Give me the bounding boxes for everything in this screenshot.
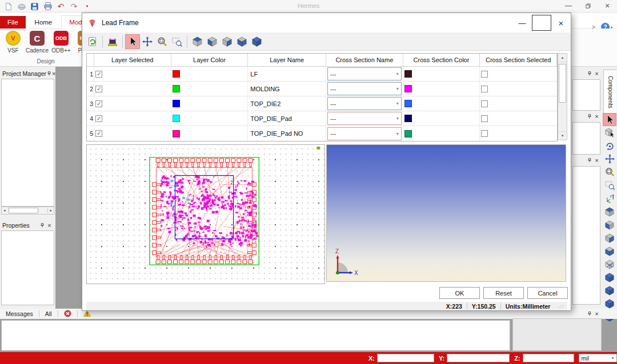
pan-icon[interactable] — [603, 152, 616, 165]
close-icon[interactable]: × — [593, 157, 600, 164]
messages-output[interactable] — [1, 320, 510, 351]
layer-color-swatch[interactable] — [173, 70, 180, 78]
cross-section-name-dropdown[interactable]: ---▾ — [327, 127, 402, 140]
view-top-icon[interactable] — [603, 205, 616, 218]
dialog-minimize-button[interactable]: — — [512, 15, 532, 31]
view-iso-icon[interactable] — [249, 34, 264, 49]
dialog-maximize-button[interactable] — [532, 15, 551, 31]
cross-section-color-swatch[interactable] — [404, 100, 412, 107]
cancel-button[interactable]: Cancel — [527, 287, 568, 299]
close-icon[interactable]: × — [593, 70, 600, 78]
zoom-z-icon[interactable] — [603, 192, 616, 205]
col-cross-section-name[interactable]: Cross Section Name — [326, 54, 403, 66]
ribbon-item-vsf[interactable]: V VSF — [2, 31, 24, 54]
rotate-icon[interactable] — [603, 139, 616, 152]
y-coordinate-input[interactable] — [447, 354, 510, 362]
view-top-icon[interactable] — [190, 34, 205, 49]
select-arrow-icon[interactable] — [603, 113, 616, 126]
view-right-icon[interactable] — [603, 231, 616, 244]
cross-section-color-swatch[interactable] — [404, 85, 412, 92]
view-front-icon[interactable] — [603, 244, 616, 257]
cross-section-color-swatch[interactable] — [404, 115, 412, 122]
zoom-window-icon[interactable] — [603, 165, 616, 179]
preview-3d-viewport[interactable]: Z X — [326, 144, 566, 282]
layer-color-swatch[interactable] — [173, 85, 180, 92]
cross-section-selected-checkbox[interactable] — [481, 115, 488, 122]
close-icon[interactable]: × — [593, 113, 600, 120]
layer-color-swatch[interactable] — [173, 115, 180, 122]
close-icon[interactable]: × — [52, 70, 55, 78]
cross-section-name-dropdown[interactable]: ---▾ — [327, 67, 402, 80]
col-layer-color[interactable]: Layer Color — [171, 54, 249, 66]
layer-selected-checkbox[interactable] — [95, 115, 102, 122]
minimize-button[interactable]: — — [559, 0, 578, 11]
z-coordinate-input[interactable] — [523, 354, 574, 362]
cross-section-name-dropdown[interactable]: ---▾ — [327, 97, 402, 110]
pin-icon[interactable] — [586, 310, 593, 318]
cross-section-color-swatch[interactable] — [404, 70, 412, 78]
resize-grip[interactable]: .:: — [558, 304, 564, 309]
tab-messages[interactable]: Messages — [0, 310, 39, 317]
pin-icon[interactable] — [38, 222, 46, 229]
project-manager-tree[interactable] — [1, 79, 54, 207]
view-front-icon[interactable] — [234, 34, 249, 49]
layer-color-swatch[interactable] — [173, 130, 180, 137]
tab-all[interactable]: All — [39, 310, 58, 317]
layer-color-swatch[interactable] — [173, 100, 180, 107]
zoom-region-icon[interactable] — [603, 179, 616, 192]
refresh-icon[interactable] — [85, 34, 100, 49]
cross-section-selected-checkbox[interactable] — [481, 86, 488, 92]
pin-icon[interactable] — [586, 157, 593, 164]
tab-home[interactable]: Home — [27, 16, 60, 29]
zoom-region-icon[interactable] — [170, 34, 185, 49]
ribbon-item-cadence[interactable]: C Cadence — [26, 31, 48, 54]
scroll-down-icon[interactable]: ▾ — [558, 131, 567, 140]
ok-button[interactable]: OK — [439, 287, 480, 299]
x-coordinate-input[interactable] — [377, 354, 434, 362]
close-button[interactable]: × — [598, 0, 617, 11]
pin-icon[interactable] — [46, 70, 52, 78]
layer-selected-checkbox[interactable] — [95, 100, 102, 107]
properties-content[interactable] — [1, 230, 54, 305]
cross-section-color-swatch[interactable] — [404, 130, 412, 137]
pin-icon[interactable] — [586, 113, 593, 120]
close-icon[interactable]: × — [46, 222, 53, 229]
scroll-left-icon[interactable]: ◂ — [2, 208, 7, 213]
col-layer-selected[interactable]: Layer Selected — [94, 54, 171, 66]
leadframe-2d-viewport[interactable] — [86, 144, 325, 284]
scroll-thumb[interactable] — [9, 208, 38, 213]
select-3d-icon[interactable] — [603, 126, 616, 139]
cross-section-selected-checkbox[interactable] — [481, 71, 488, 78]
view-iso-icon[interactable] — [603, 270, 616, 284]
unit-select[interactable]: mil ▾ — [579, 354, 617, 362]
scroll-thumb[interactable] — [559, 64, 566, 103]
select-arrow-icon[interactable] — [125, 34, 140, 49]
cross-section-selected-checkbox[interactable] — [481, 130, 488, 137]
dialog-close-button[interactable]: × — [551, 15, 571, 31]
reset-button[interactable]: Reset — [483, 287, 524, 299]
error-filter-icon[interactable] — [58, 310, 77, 318]
pan-icon[interactable] — [140, 34, 155, 49]
cross-section-name-dropdown[interactable]: ---▾ — [327, 112, 402, 125]
dialog-titlebar[interactable]: Lead Frame — × — [82, 13, 571, 33]
close-icon[interactable]: × — [593, 310, 600, 318]
project-manager-hscrollbar[interactable]: ◂ ▸ — [1, 207, 54, 215]
view-frame-icon[interactable] — [603, 257, 616, 270]
table-scrollbar[interactable]: ▴ ▾ — [558, 53, 567, 140]
zoom-window-icon[interactable] — [155, 34, 170, 49]
layer-selected-checkbox[interactable] — [95, 71, 102, 78]
scroll-up-icon[interactable]: ▴ — [558, 54, 567, 62]
tab-file[interactable]: File — [0, 16, 26, 29]
restore-button[interactable] — [578, 0, 598, 11]
scroll-right-icon[interactable]: ▸ — [47, 208, 54, 213]
tab-components[interactable]: Components — [603, 70, 616, 114]
layer-stack-icon[interactable] — [105, 34, 120, 49]
ribbon-item-odb[interactable]: ODB ODB++ — [50, 31, 72, 54]
view-solid-icon[interactable] — [603, 284, 616, 297]
layer-selected-checkbox[interactable] — [95, 130, 102, 137]
pin-icon[interactable] — [586, 70, 593, 78]
col-cross-section-color[interactable]: Cross Section Color — [403, 54, 480, 66]
cross-section-name-dropdown[interactable]: ---▾ — [327, 82, 402, 95]
col-layer-name[interactable]: Layer Name — [248, 54, 326, 66]
view-left-icon[interactable] — [205, 34, 219, 49]
